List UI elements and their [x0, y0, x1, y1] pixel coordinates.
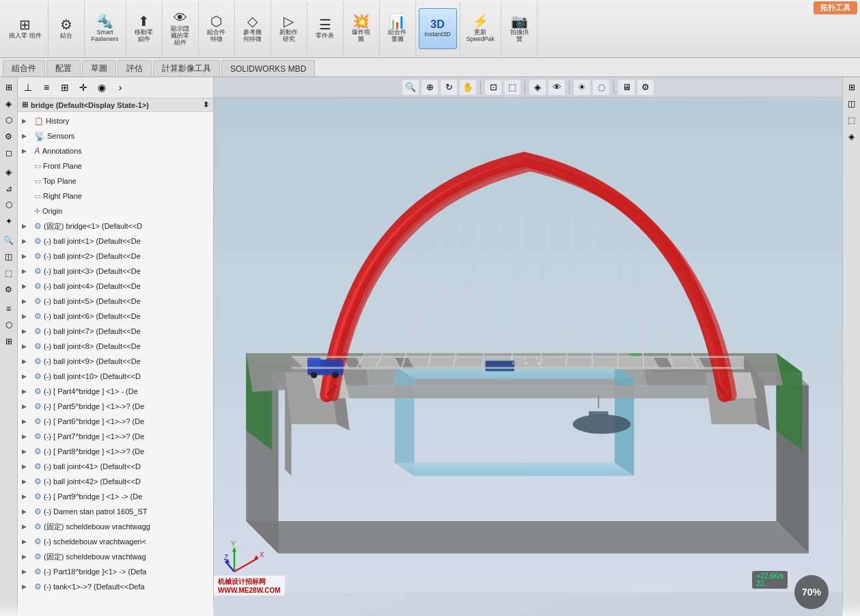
expand-ball-joint4[interactable]: ▶	[19, 283, 29, 290]
3d-viewport[interactable]: 🔍 ⊕ ↻ ✋ ⊡ ⬚ ◈ 👁 ☀ ◌ 🖥 ⚙	[214, 77, 842, 616]
tree-item-part4-bridge[interactable]: ▶ ⚙ (-) [ Part4^bridge ] <1> - (De	[18, 384, 213, 399]
tree-item-ball-joint41[interactable]: ▶ ⚙ (-) ball joint<41> (Default<<D	[18, 459, 213, 474]
expand-sensors[interactable]: ▶	[19, 132, 29, 139]
tree-item-ball-joint42[interactable]: ▶ ⚙ (-) ball joint<42> (Default<<D	[18, 474, 213, 489]
tree-item-right-plane[interactable]: ▭ Right Plane	[18, 188, 213, 204]
expand-part7-bridge[interactable]: ▶	[19, 433, 29, 440]
right-vi-2[interactable]: ◫	[844, 96, 859, 111]
tree-item-scheldebouw-fixed[interactable]: ▶ ⚙ (固定) scheldebouw vrachtwagg	[18, 519, 213, 534]
tree-item-part7-bridge[interactable]: ▶ ⚙ (-) [ Part7^bridge ] <1>->? (De	[18, 429, 213, 444]
tab-evaluate[interactable]: 評估	[117, 60, 152, 76]
expand-ball-joint5[interactable]: ▶	[19, 298, 29, 305]
expand-part4-bridge[interactable]: ▶	[19, 388, 29, 395]
vi-btn-15[interactable]: ⬡	[1, 318, 16, 333]
expand-ball-joint3[interactable]: ▶	[19, 268, 29, 275]
part-table-button[interactable]: ☰ 零件表	[310, 8, 340, 49]
tree-item-annotations[interactable]: ▶ A Annotations	[18, 143, 213, 158]
vi-btn-7[interactable]: ⊿	[1, 181, 16, 196]
capture-button[interactable]: 📷 拍攝供覽	[504, 8, 534, 49]
show-hide-button[interactable]: 👁 顯示隱藏的零組件	[165, 8, 195, 49]
expand-scheldebouw-fixed2[interactable]: ▶	[19, 553, 29, 560]
tree-item-ball-joint5[interactable]: ▶ ⚙ (-) ball joint<5> (Default<<De	[18, 294, 213, 309]
tree-item-ball-joint7[interactable]: ▶ ⚙ (-) ball joint<7> (Default<<De	[18, 324, 213, 339]
right-vi-4[interactable]: ◈	[844, 129, 859, 144]
vi-btn-2[interactable]: ◈	[1, 96, 16, 111]
vi-btn-3[interactable]: ⬡	[1, 113, 16, 128]
tree-item-ball-joint6[interactable]: ▶ ⚙ (-) ball joint<6> (Default<<De	[18, 309, 213, 324]
expand-part18-bridge[interactable]: ▶	[19, 568, 29, 575]
vi-btn-12[interactable]: ⬚	[1, 266, 16, 281]
tree-item-damen-stan[interactable]: ▶ ⚙ (-) Damen stan patrol 1605_ST	[18, 504, 213, 519]
panel-icon-list[interactable]: ≡	[38, 79, 55, 96]
tab-assembly[interactable]: 組合件	[3, 60, 45, 76]
insert-component-button[interactable]: ⊞ 插入零 组件	[5, 8, 45, 49]
vi-btn-16[interactable]: ⊞	[1, 334, 16, 349]
vi-btn-9[interactable]: ✦	[1, 214, 16, 229]
tree-item-ball-joint1[interactable]: ▶ ⚙ (-) ball joint<1> (Default<<De	[18, 234, 213, 249]
right-vi-1[interactable]: ⊞	[844, 80, 859, 95]
tree-item-scheldebouw-vracht[interactable]: ▶ ⚙ (-) scheldebouw vrachtwagen<	[18, 534, 213, 549]
ref-geometry-button[interactable]: ◇ 參考幾何特徵	[238, 8, 268, 49]
tree-item-ball-joint2[interactable]: ▶ ⚙ (-) ball joint<2> (Default<<De	[18, 249, 213, 264]
expand-part9-bridge[interactable]: ▶	[19, 493, 29, 500]
panel-icon-chart[interactable]: ◉	[93, 79, 111, 96]
expand-ball-joint1[interactable]: ▶	[19, 238, 29, 244]
tree-item-scheldebouw-fixed2[interactable]: ▶ ⚙ (固定) scheldebouw vrachtwag	[18, 549, 213, 564]
instant3d-button[interactable]: 3D Instant3D	[419, 8, 457, 49]
tree-item-ball-joint9[interactable]: ▶ ⚙ (-) ball joint<9> (Default<<De	[18, 354, 213, 369]
expand-ball-joint6[interactable]: ▶	[19, 313, 29, 320]
tree-item-sensors[interactable]: ▶ 📡 Sensors	[18, 128, 213, 143]
expand-scheldebouw-fixed[interactable]: ▶	[19, 523, 29, 530]
expand-scheldebouw-vracht[interactable]: ▶	[19, 538, 29, 545]
expand-tank1[interactable]: ▶	[19, 583, 29, 590]
assembly-stat-button[interactable]: 📊 組合件量圖	[383, 8, 413, 49]
vi-btn-14[interactable]: ≡	[1, 301, 16, 316]
expand-annotations[interactable]: ▶	[19, 148, 29, 154]
vi-btn-1[interactable]: ⊞	[1, 80, 16, 95]
tree-item-ball-joint3[interactable]: ▶ ⚙ (-) ball joint<3> (Default<<De	[18, 264, 213, 279]
assembly-feature-button[interactable]: ⬡ 組合件特徵	[202, 8, 232, 49]
new-motion-button[interactable]: ▷ 新動作研究	[274, 8, 304, 49]
combine-button[interactable]: ⚙ 結合	[51, 8, 81, 49]
update-speedpak-button[interactable]: ⚡ 更新SpeedPak	[463, 8, 499, 49]
vi-btn-5[interactable]: ◻	[1, 145, 16, 160]
vi-btn-13[interactable]: ⚙	[1, 282, 16, 297]
right-vi-3[interactable]: ⬚	[844, 113, 859, 128]
expand-ball-joint42[interactable]: ▶	[19, 478, 29, 485]
explode-button[interactable]: 💥 爆炸視圖	[346, 8, 376, 49]
expand-part6-bridge[interactable]: ▶	[19, 418, 29, 425]
tree-item-part9-bridge[interactable]: ▶ ⚙ (-) [ Part9^bridge ] <1> -> (De	[18, 489, 213, 504]
tree-item-part18-bridge[interactable]: ▶ ⚙ (-) Part18^bridge ]<1> -> (Defa	[18, 564, 213, 579]
expand-part8-bridge[interactable]: ▶	[19, 448, 29, 455]
panel-icon-grid[interactable]: ⊞	[56, 79, 74, 96]
move-component-button[interactable]: ⬆ 移動零組件	[129, 8, 159, 49]
panel-icon-crosshair[interactable]: ✛	[74, 79, 92, 96]
panel-icon-more[interactable]: ›	[111, 79, 129, 96]
vi-btn-10[interactable]: 🔍	[1, 233, 16, 248]
tree-item-ball-joint4[interactable]: ▶ ⚙ (-) ball joint<4> (Default<<De	[18, 279, 213, 294]
tree-item-tank1[interactable]: ▶ ⚙ (-) tank<1>->? (Default<<Defa	[18, 579, 213, 594]
tab-compute-photo[interactable]: 計算影像工具	[153, 60, 220, 76]
tree-item-part5-bridge[interactable]: ▶ ⚙ (-) [ Part5^bridge ] <1>->? (De	[18, 399, 213, 414]
tree-item-origin[interactable]: ✛ Origin	[18, 204, 213, 219]
expand-ball-joint41[interactable]: ▶	[19, 463, 29, 470]
tab-sketch[interactable]: 草圖	[82, 60, 116, 76]
expand-part5-bridge[interactable]: ▶	[19, 403, 29, 410]
tree-item-front-plane[interactable]: ▭ Front Plane	[18, 158, 213, 173]
expand-ball-joint9[interactable]: ▶	[19, 358, 29, 365]
vi-btn-11[interactable]: ◫	[1, 249, 16, 264]
vi-btn-6[interactable]: ◈	[1, 165, 16, 180]
tree-item-top-plane[interactable]: ▭ Top Plane	[18, 173, 213, 188]
tree-item-part6-bridge[interactable]: ▶ ⚙ (-) [ Part6^bridge ] <1>->? (De	[18, 414, 213, 429]
tree-item-history[interactable]: ▶ 📋 History	[18, 113, 213, 128]
expand-ball-joint8[interactable]: ▶	[19, 343, 29, 350]
panel-icon-filter[interactable]: ⊥	[19, 79, 37, 96]
expand-history[interactable]: ▶	[19, 117, 29, 124]
expand-ball-joint2[interactable]: ▶	[19, 253, 29, 260]
tab-solidworks-mbd[interactable]: SOLIDWORKS MBD	[221, 60, 315, 76]
tree-item-ball-joint8[interactable]: ▶ ⚙ (-) ball joint<8> (Default<<De	[18, 339, 213, 354]
expand-bridge1[interactable]: ▶	[19, 223, 29, 229]
expand-ball-joint10[interactable]: ▶	[19, 373, 29, 380]
vi-btn-8[interactable]: ⬡	[1, 197, 16, 212]
expand-damen-stan[interactable]: ▶	[19, 508, 29, 515]
